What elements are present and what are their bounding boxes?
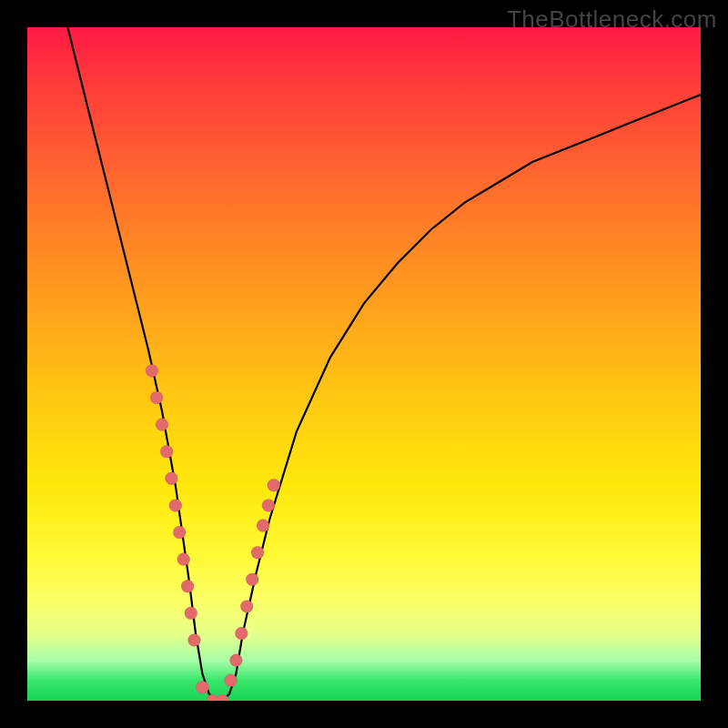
- marker-dot: [181, 580, 194, 592]
- marker-dot: [246, 573, 258, 586]
- marker-dot: [173, 526, 186, 539]
- marker-dot: [188, 633, 201, 646]
- chart-plot-area: [27, 27, 701, 701]
- marker-dot: [196, 681, 208, 693]
- marker-group: [146, 364, 280, 701]
- marker-dot: [262, 499, 275, 511]
- marker-dot: [160, 445, 173, 458]
- marker-dot: [185, 607, 197, 620]
- marker-dot: [251, 546, 264, 559]
- marker-dot: [225, 674, 238, 687]
- watermark-text: TheBottleneck.com: [507, 5, 717, 34]
- marker-dot: [146, 364, 158, 377]
- marker-dot: [235, 627, 248, 640]
- chart-svg-overlay: [27, 27, 701, 701]
- marker-dot: [257, 520, 269, 532]
- marker-dot: [150, 391, 163, 404]
- marker-dot: [268, 479, 280, 491]
- marker-dot: [165, 472, 177, 485]
- marker-dot: [229, 654, 242, 667]
- marker-dot: [177, 553, 190, 566]
- marker-dot: [240, 600, 253, 612]
- bottleneck-curve-path: [67, 27, 701, 701]
- marker-dot: [156, 419, 168, 431]
- marker-dot: [169, 499, 182, 511]
